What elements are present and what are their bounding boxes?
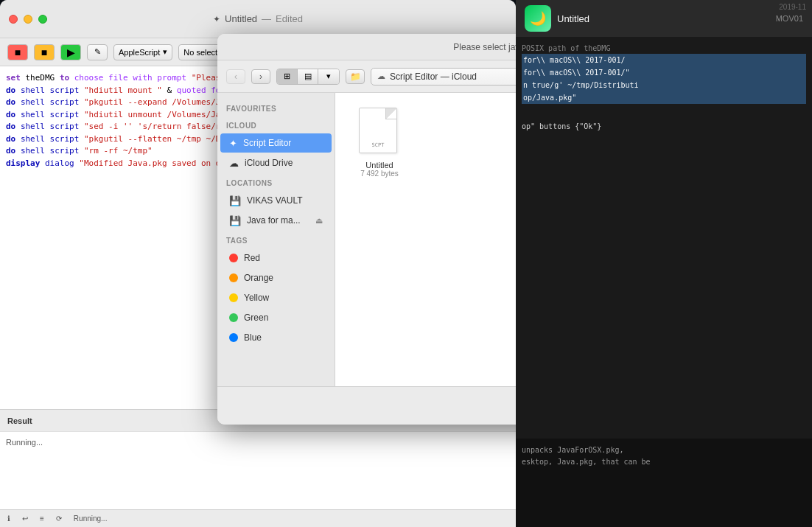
vault-icon: 💾 — [229, 195, 241, 206]
blue-tag-label: Blue — [244, 332, 262, 343]
red-tag-label: Red — [244, 253, 260, 263]
sidebar-item-java-for-mac[interactable]: 💾 Java for ma... ⏏ — [220, 211, 332, 230]
sidebar-pane: Favourites iCloud ✦ Script Editor ☁ iClo… — [217, 93, 335, 386]
terminal-footer: unpacks JavaForOSX.pkg, esktop, Java.pkg… — [516, 439, 812, 527]
icloud-drive-icon: ☁ — [229, 158, 239, 169]
eject-icon[interactable]: ⏏ — [315, 216, 323, 226]
status-bar: ℹ ↩ ≡ ⟳ Running... — [0, 509, 516, 527]
minimize-toolbar-button[interactable]: ■ — [34, 44, 55, 60]
red-tag-dot — [229, 254, 238, 262]
yellow-tag-label: Yellow — [244, 293, 269, 303]
info-icon: ℹ — [7, 514, 10, 523]
sidebar-item-script-editor[interactable]: ✦ Script Editor — [220, 133, 332, 153]
chevron-down-icon: ▾ — [163, 47, 167, 57]
em-dash: — — [262, 13, 271, 24]
traffic-lights — [9, 15, 47, 24]
footer-line-1: unpacks JavaForOSX.pkg, — [522, 444, 806, 456]
terminal-header: 🌙 Untitled MOV01 — [516, 0, 812, 37]
script-icon: ✦ — [213, 14, 220, 24]
orange-tag-dot — [229, 273, 238, 282]
running-icon: ⟳ — [56, 514, 62, 523]
list-icon: ≡ — [40, 514, 44, 523]
locations-section-label: Locations — [217, 173, 335, 190]
compile-button[interactable]: ✎ — [87, 44, 108, 60]
terminal-content: POSIX path of theDMG for\\ macOS\\ 2017-… — [516, 37, 812, 439]
sidebar-item-blue[interactable]: Blue — [220, 328, 332, 347]
scpt-label: SCPT — [372, 142, 385, 148]
window-title: ✦ Untitled — Edited — [213, 13, 303, 24]
sidebar-item-orange[interactable]: Orange — [220, 268, 332, 287]
mov-label: MOV01 — [776, 14, 803, 23]
language-selector[interactable]: AppleScript ▾ — [113, 44, 172, 60]
icon-view-button[interactable]: ⊞ — [277, 69, 298, 84]
view-controls: ⊞ ▤ ▾ — [276, 69, 340, 85]
app-name: Untitled — [557, 13, 589, 24]
page-icon: SCPT — [359, 108, 397, 153]
file-size: 7 492 bytes — [360, 170, 399, 178]
sidebar-item-icloud-drive[interactable]: ☁ iCloud Drive — [220, 153, 332, 172]
status-running-text: Running... — [74, 514, 108, 523]
file-name: Untitled — [365, 161, 393, 170]
footer-line-2: esktop, Java.pkg, that can be — [522, 456, 806, 468]
edited-text: Edited — [276, 13, 303, 24]
java-mac-label: Java for ma... — [247, 215, 301, 226]
file-item-untitled[interactable]: SCPT Untitled 7 492 bytes — [350, 108, 409, 178]
run-button[interactable]: ▶ — [60, 44, 81, 60]
terminal-panel: 🌙 Untitled MOV01 POSIX path of theDMG fo… — [516, 0, 812, 527]
vikas-vault-label: VIKAS VAULT — [247, 195, 303, 206]
green-tag-dot — [229, 313, 238, 322]
icloud-drive-label: iCloud Drive — [245, 158, 293, 168]
terminal-dialog-1: op" buttons {"Ok"} — [522, 121, 806, 132]
location-text: Script Editor — iCloud — [390, 71, 477, 82]
sidebar-item-red[interactable]: Red — [220, 248, 332, 268]
running-text: Running... — [6, 438, 43, 447]
blue-tag-dot — [229, 333, 238, 342]
app-icon: 🌙 — [525, 5, 551, 32]
script-editor-icon: ✦ — [229, 138, 237, 149]
list-view-button[interactable]: ▤ — [298, 69, 318, 84]
orange-tag-label: Orange — [244, 273, 273, 283]
title-text: Untitled — [225, 13, 257, 24]
tags-section-label: Tags — [217, 231, 335, 248]
back-button[interactable]: ‹ — [226, 69, 245, 84]
column-view-button[interactable]: ▾ — [318, 69, 339, 84]
favourites-section-label: Favourites — [217, 99, 335, 116]
terminal-line-5: op/Java.pkg" — [522, 91, 806, 104]
stop-button[interactable]: ■ — [7, 44, 28, 60]
sidebar-item-vikas-vault[interactable]: 💾 VIKAS VAULT — [220, 191, 332, 210]
terminal-line-1: POSIX path of theDMG — [522, 43, 806, 54]
icloud-section-label: iCloud — [217, 116, 335, 133]
terminal-line-3: for\\ macOS\\ 2017-001/" — [522, 66, 806, 79]
titlebar: ✦ Untitled — Edited — [0, 0, 516, 38]
yellow-tag-dot — [229, 293, 238, 302]
forward-button[interactable]: › — [251, 69, 270, 84]
language-label: AppleScript — [119, 48, 160, 57]
sidebar-item-yellow[interactable]: Yellow — [220, 288, 332, 307]
file-icon: SCPT — [359, 108, 400, 158]
java-mac-icon: 💾 — [229, 215, 241, 226]
close-button[interactable] — [9, 15, 18, 24]
green-tag-label: Green — [244, 313, 268, 323]
minimize-button[interactable] — [24, 15, 32, 24]
cloud-icon: ☁ — [377, 71, 385, 81]
maximize-button[interactable] — [38, 15, 47, 24]
script-editor-label: Script Editor — [243, 138, 291, 148]
terminal-line-2: for\\ macOS\\ 2017-001/ — [522, 54, 806, 66]
result-label: Result — [7, 416, 32, 425]
folder-button[interactable]: 📁 — [346, 69, 365, 84]
terminal-line-4: n true/g' ~/tmp/Distributi — [522, 79, 806, 91]
date-label: 2019-11 — [773, 0, 812, 14]
link-icon: ↩ — [22, 514, 28, 523]
sidebar-item-green[interactable]: Green — [220, 308, 332, 327]
